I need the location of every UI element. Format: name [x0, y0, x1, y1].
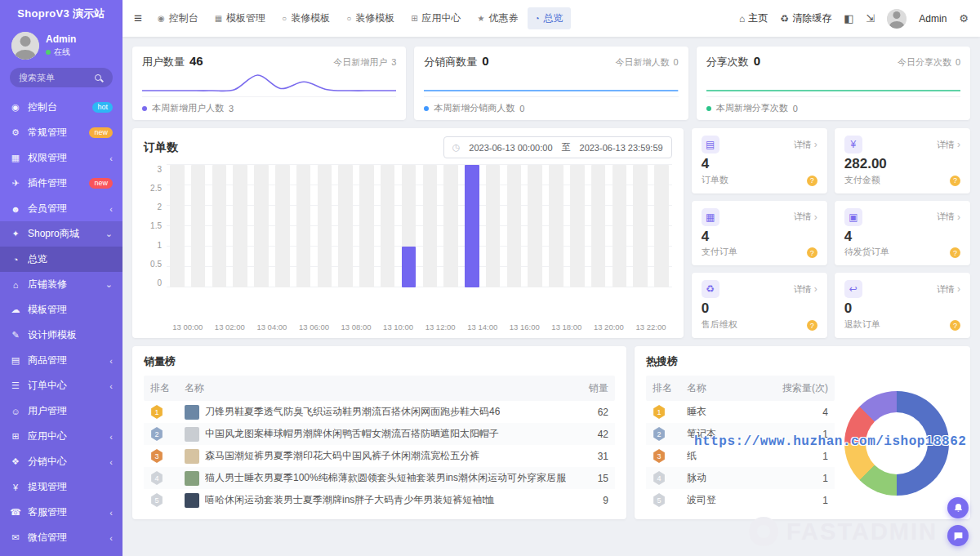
- menu-item-icon: ☻: [10, 204, 21, 214]
- rank-badge: 2: [653, 427, 666, 441]
- chat-button[interactable]: [947, 525, 969, 546]
- bar-background: [528, 165, 542, 287]
- sales-rank-row[interactable]: 3 森马国潮短裤男夏季潮印花大码中国风裤子休闲潮流宽松五分裤 31: [144, 445, 615, 467]
- bar-slot[interactable]: [483, 165, 504, 287]
- sidebar-submenu-item[interactable]: ☺ 用户管理: [0, 398, 122, 424]
- panel-icon[interactable]: ◧: [844, 12, 853, 24]
- sidebar-submenu-item[interactable]: ⌂ 店铺装修 ⌄: [0, 272, 122, 297]
- sidebar-menu-item[interactable]: ✦ Shopro商城 ⌄: [0, 221, 122, 247]
- fullscreen-icon[interactable]: ⇲: [866, 12, 875, 24]
- detail-link[interactable]: 详情 ›: [937, 139, 960, 151]
- bar-slot[interactable]: [504, 165, 525, 287]
- sidebar-submenu-item[interactable]: ☁ 模板管理: [0, 297, 122, 322]
- topbar-tab[interactable]: ◔ 总览: [528, 7, 571, 29]
- sidebar-submenu-item[interactable]: ✎ 设计师模板: [0, 322, 122, 348]
- y-tick-label: 2.5: [150, 184, 162, 193]
- hot-search-row[interactable]: 1 睡衣 4: [646, 401, 835, 423]
- bar-slot[interactable]: [399, 165, 420, 287]
- bar-slot[interactable]: [630, 165, 651, 287]
- bar-slot[interactable]: [167, 165, 188, 287]
- sidebar-submenu-item[interactable]: ▤ 商品管理 ‹: [0, 348, 122, 373]
- sidebar-submenu-item[interactable]: ☎ 客服管理 ‹: [0, 500, 122, 525]
- help-icon[interactable]: ?: [950, 176, 960, 186]
- bar-slot[interactable]: [314, 165, 335, 287]
- bar-slot[interactable]: [546, 165, 567, 287]
- help-icon[interactable]: ?: [950, 320, 960, 331]
- clear-cache-link[interactable]: ♻ 清除缓存: [780, 11, 831, 25]
- tab-icon: ○: [346, 14, 351, 23]
- sidebar-menu-item[interactable]: ⚙ 常规管理 new: [0, 120, 122, 145]
- bar-slot[interactable]: [209, 165, 230, 287]
- sidebar-menu-item[interactable]: ◉ 控制台 hot: [0, 95, 122, 120]
- y-tick-label: 1: [157, 241, 162, 250]
- topbar-tab[interactable]: ★ 优惠券: [470, 7, 526, 29]
- topbar-tab[interactable]: ▦ 模板管理: [207, 7, 273, 29]
- hamburger-menu-icon[interactable]: ≡: [134, 11, 142, 27]
- sidebar-menu-item[interactable]: ☻ 会员管理 ‹: [0, 196, 122, 221]
- bar: [465, 165, 479, 287]
- chevron-icon: ‹: [109, 153, 113, 163]
- help-icon[interactable]: ?: [807, 176, 817, 186]
- settings-gear-icon[interactable]: ⚙: [959, 12, 969, 24]
- sales-rank-row[interactable]: 5 嘻哈休闲运动套装男士夏季潮牌ins胖子大码青少年男装短裤短袖t恤 9: [144, 489, 615, 511]
- topbar-tab[interactable]: ○ 装修模板: [274, 7, 337, 29]
- bar-background: [486, 165, 501, 287]
- bar-slot[interactable]: [588, 165, 609, 287]
- sidebar-submenu-item[interactable]: ❖ 分销中心 ‹: [0, 449, 122, 474]
- header-name: 名称: [185, 381, 566, 395]
- detail-link[interactable]: 详情 ›: [937, 211, 960, 223]
- detail-link[interactable]: 详情 ›: [794, 139, 817, 151]
- sales-rank-row[interactable]: 1 刀锋男鞋夏季透气防臭飞织运动鞋男潮流百搭休闲网面跑步鞋大码46 62: [144, 401, 615, 423]
- header-name: 名称: [687, 381, 771, 395]
- content: 用户数量 46 今日新增用户 3 本周新增用户人数 3 分销商数量 0 今日新增…: [122, 37, 980, 556]
- sidebar-submenu-item[interactable]: ⊞ 应用中心 ‹: [0, 424, 122, 449]
- sidebar-menu-item[interactable]: ▦ 权限管理 ‹: [0, 145, 122, 171]
- sidebar-menu-item[interactable]: ✈ 插件管理 new: [0, 171, 122, 196]
- bar-slot[interactable]: [293, 165, 314, 287]
- bar-slot[interactable]: [651, 165, 672, 287]
- topbar-tab[interactable]: ⊞ 应用中心: [403, 7, 468, 29]
- sidebar-submenu-item[interactable]: ◔ 总览: [0, 247, 122, 272]
- bar-slot[interactable]: [229, 165, 251, 287]
- detail-link[interactable]: 详情 ›: [794, 211, 817, 223]
- detail-link[interactable]: 详情 ›: [937, 283, 960, 296]
- bar-slot[interactable]: [440, 165, 461, 287]
- stat-value: 0: [844, 301, 960, 317]
- sales-rank-row[interactable]: 2 中国风龙图案棒球帽男潮牌休闲鸭舌帽女潮流百搭防晒遮阳太阳帽子 42: [144, 423, 615, 445]
- notification-bell-button[interactable]: [947, 497, 969, 518]
- bar-slot[interactable]: [419, 165, 440, 287]
- bar-slot[interactable]: [188, 165, 209, 287]
- sidebar-submenu-item[interactable]: ☰ 订单中心 ‹: [0, 373, 122, 398]
- help-icon[interactable]: ?: [807, 320, 817, 331]
- date-range-picker[interactable]: ◷ 2023-06-13 00:00:00 至 2023-06-13 23:59…: [443, 136, 672, 158]
- menu-search-input[interactable]: 搜索菜单: [10, 68, 113, 87]
- topbar-tab[interactable]: ◉ 控制台: [150, 7, 206, 29]
- topbar-username[interactable]: Admin: [919, 13, 947, 24]
- bar-slot[interactable]: [377, 165, 399, 287]
- bar-slot[interactable]: [567, 165, 588, 287]
- topbar-tab[interactable]: ○ 装修模板: [339, 7, 402, 29]
- rank-cell: 3: [653, 449, 687, 463]
- user-avatar[interactable]: [11, 32, 39, 60]
- tab-icon: ○: [282, 14, 287, 23]
- detail-link[interactable]: 详情 ›: [794, 283, 817, 296]
- hot-search-row[interactable]: 4 脉动 1: [646, 467, 835, 489]
- hot-search-row[interactable]: 5 波司登 1: [646, 489, 835, 511]
- bar-slot[interactable]: [608, 165, 630, 287]
- bar-slot[interactable]: [251, 165, 272, 287]
- topbar-avatar[interactable]: [887, 9, 906, 29]
- bar-slot[interactable]: [524, 165, 546, 287]
- order-chart-card: 订单数 ◷ 2023-06-13 00:00:00 至 2023-06-13 2…: [132, 128, 684, 338]
- bar-slot[interactable]: [356, 165, 377, 287]
- bar-slot[interactable]: [272, 165, 293, 287]
- sales-rank-row[interactable]: 4 猫人男士睡衣男夏季100%纯棉薄款圆领套头短袖套装男ins潮休闲运动可外穿家…: [144, 467, 615, 489]
- detail-label: 详情: [794, 211, 812, 223]
- bar-slot[interactable]: [461, 165, 483, 287]
- menu-item-icon: ✦: [10, 229, 21, 239]
- bar-slot[interactable]: [335, 165, 356, 287]
- sidebar-submenu-item[interactable]: ¥ 提现管理: [0, 474, 122, 500]
- home-link[interactable]: ⌂ 主页: [739, 11, 768, 25]
- stat-label: 待发货订单: [844, 246, 960, 258]
- sidebar-submenu-item[interactable]: ✉ 微信管理 ‹: [0, 525, 122, 550]
- name-cell: 睡衣: [687, 405, 771, 419]
